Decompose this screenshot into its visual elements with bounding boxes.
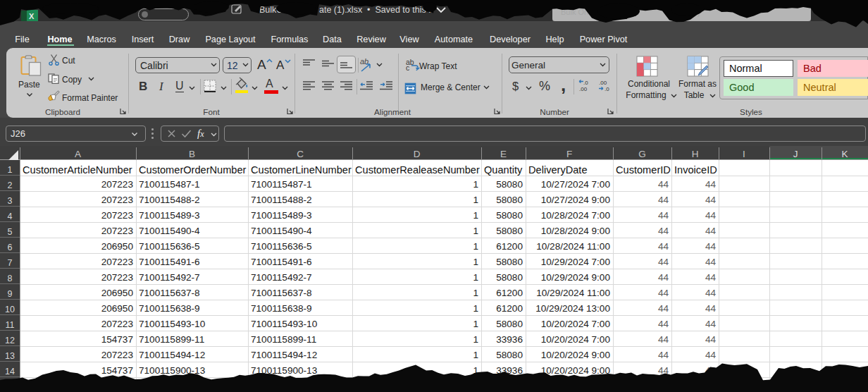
svg-text:.0: .0: [604, 86, 609, 92]
svg-text:.00: .00: [599, 80, 607, 86]
svg-text:.0: .0: [583, 80, 588, 86]
svg-text:.00: .00: [579, 86, 588, 92]
